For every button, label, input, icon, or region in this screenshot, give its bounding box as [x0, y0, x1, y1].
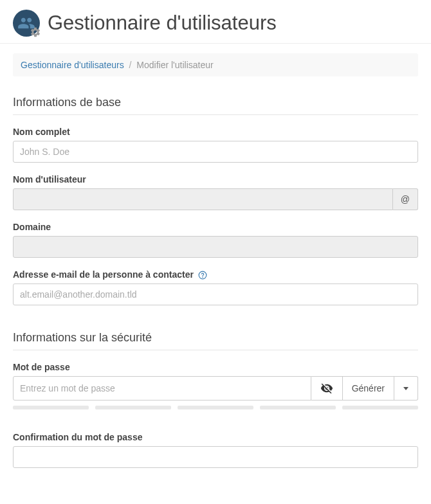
users-manager-icon — [13, 10, 40, 37]
strength-segment — [260, 406, 336, 410]
page-title: Gestionnaire d'utilisateurs — [48, 12, 277, 35]
strength-segment — [178, 406, 253, 410]
username-label: Nom d'utilisateur — [13, 174, 418, 184]
contact-email-label: Adresse e-mail de la personne à contacte… — [13, 269, 418, 280]
confirm-password-input[interactable] — [13, 446, 418, 468]
section-title-basic: Informations de base — [13, 96, 418, 115]
help-icon[interactable] — [198, 271, 207, 280]
generate-button[interactable]: Générer — [343, 376, 394, 401]
strength-segment — [13, 406, 89, 410]
strength-segment — [95, 406, 171, 410]
toggle-visibility-button[interactable] — [311, 376, 343, 401]
caret-down-icon — [403, 387, 408, 390]
breadcrumb-root-link[interactable]: Gestionnaire d'utilisateurs — [21, 60, 124, 70]
password-label: Mot de passe — [13, 362, 418, 372]
password-input[interactable] — [13, 376, 311, 401]
breadcrumb-separator: / — [129, 60, 132, 70]
eye-off-icon — [320, 382, 333, 395]
svg-point-1 — [202, 277, 203, 278]
strength-segment — [342, 406, 418, 410]
fullname-label: Nom complet — [13, 127, 418, 137]
domain-input — [13, 236, 418, 258]
section-title-security: Informations sur la sécurité — [13, 331, 418, 350]
domain-label: Domaine — [13, 222, 418, 232]
breadcrumb-current: Modifier l'utilisateur — [136, 60, 213, 70]
breadcrumb: Gestionnaire d'utilisateurs / Modifier l… — [13, 53, 418, 76]
page-header: Gestionnaire d'utilisateurs — [0, 0, 431, 44]
generate-dropdown-button[interactable] — [394, 376, 418, 401]
fullname-input[interactable] — [13, 141, 418, 163]
password-strength-bar — [13, 406, 418, 410]
username-input — [13, 188, 393, 210]
at-addon: @ — [393, 188, 418, 210]
confirm-password-label: Confirmation du mot de passe — [13, 432, 418, 442]
contact-email-input[interactable] — [13, 284, 418, 305]
gear-icon — [30, 26, 41, 38]
